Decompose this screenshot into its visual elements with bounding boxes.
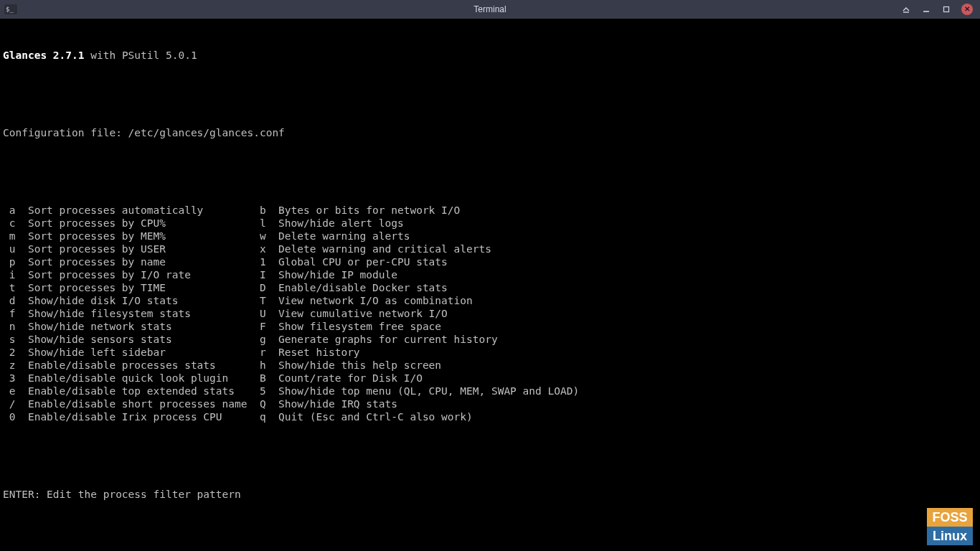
- maximize-button[interactable]: [941, 4, 951, 14]
- svg-rect-2: [944, 7, 949, 12]
- help-row: t Sort processes by TIME D Enable/disabl…: [3, 281, 977, 294]
- shade-button[interactable]: [901, 4, 911, 14]
- help-row: c Sort processes by CPU% l Show/hide ale…: [3, 217, 977, 230]
- help-row: a Sort processes automatically b Bytes o…: [3, 204, 977, 217]
- close-button[interactable]: ✕: [961, 4, 973, 15]
- help-row: s Show/hide sensors stats g Generate gra…: [3, 333, 977, 346]
- help-row: / Enable/disable short processes name Q …: [3, 397, 977, 410]
- help-row: p Sort processes by name 1 Global CPU or…: [3, 255, 977, 268]
- terminal-body[interactable]: Glances 2.7.1 with PSutil 5.0.1 Configur…: [0, 19, 980, 514]
- help-row: 0 Enable/disable Irix process CPU q Quit…: [3, 410, 977, 423]
- help-row: d Show/hide disk I/O stats T View networ…: [3, 294, 977, 307]
- minimize-button[interactable]: [921, 4, 931, 14]
- help-row: f Show/hide filesystem stats U View cumu…: [3, 307, 977, 320]
- help-row: n Show/hide network stats F Show filesys…: [3, 320, 977, 333]
- help-shortcuts-table: a Sort processes automatically b Bytes o…: [3, 204, 977, 423]
- terminal-icon: $_: [4, 4, 17, 14]
- config-file-line: Configuration file: /etc/glances/glances…: [3, 126, 977, 139]
- help-row: m Sort processes by MEM% w Delete warnin…: [3, 230, 977, 242]
- enter-hint: ENTER: Edit the process filter pattern: [3, 488, 977, 501]
- help-row: z Enable/disable processes stats h Show/…: [3, 359, 977, 372]
- help-row: 3 Enable/disable quick look plugin B Cou…: [3, 372, 977, 385]
- help-row: i Sort processes by I/O rate I Show/hide…: [3, 268, 977, 281]
- help-row: u Sort processes by USER x Delete warnin…: [3, 242, 977, 255]
- window-title: Terminal: [473, 4, 506, 14]
- window-titlebar: $_ Terminal ✕: [0, 0, 980, 19]
- app-header: Glances 2.7.1 with PSutil 5.0.1: [3, 49, 977, 62]
- watermark-logo: FOSS Linux: [927, 508, 973, 545]
- window-controls: ✕: [901, 4, 980, 15]
- help-row: e Enable/disable top extended stats 5 Sh…: [3, 385, 977, 397]
- help-row: 2 Show/hide left sidebar r Reset history: [3, 346, 977, 359]
